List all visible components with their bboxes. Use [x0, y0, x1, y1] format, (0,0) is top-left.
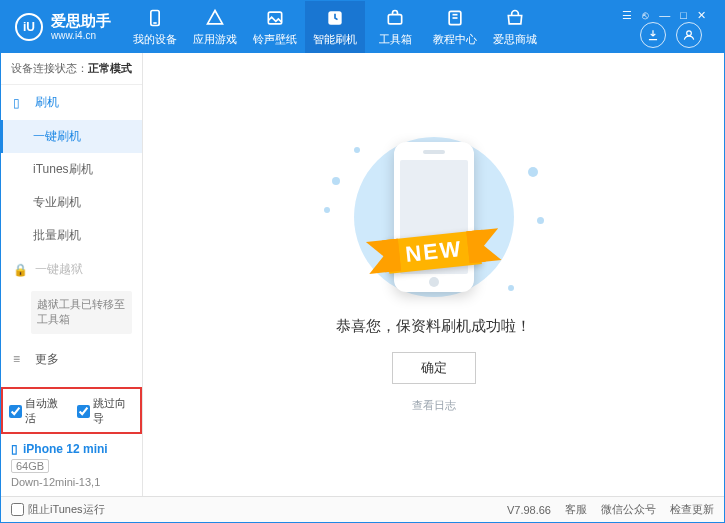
flash-icon [325, 8, 345, 28]
minimize-icon[interactable]: — [657, 9, 672, 22]
device-icon [145, 8, 165, 28]
download-icon [646, 28, 660, 42]
nav-my-device[interactable]: 我的设备 [125, 1, 185, 53]
section-jailbreak[interactable]: 🔒 一键越狱 [1, 252, 142, 287]
store-icon [505, 8, 525, 28]
account-button[interactable] [676, 22, 702, 48]
lock-icon[interactable]: ⎋ [640, 9, 651, 22]
user-icon [682, 28, 696, 42]
phone-icon: ▯ [13, 96, 27, 110]
success-message: 恭喜您，保资料刷机成功啦！ [336, 317, 531, 336]
app-url: www.i4.cn [51, 30, 111, 41]
nav-flash[interactable]: 智能刷机 [305, 1, 365, 53]
logo-icon: iU [15, 13, 43, 41]
book-icon [445, 8, 465, 28]
section-flash[interactable]: ▯ 刷机 [1, 85, 142, 120]
sub-other-tools[interactable]: 其他工具 [1, 377, 142, 387]
app-name: 爱思助手 [51, 13, 111, 30]
footer-wechat[interactable]: 微信公众号 [601, 502, 656, 517]
nav-ringtones[interactable]: 铃声壁纸 [245, 1, 305, 53]
maximize-icon[interactable]: □ [678, 9, 689, 22]
success-illustration: NEW [324, 137, 544, 297]
nav-store[interactable]: 爱思商城 [485, 1, 545, 53]
more-icon: ≡ [13, 352, 27, 366]
svg-rect-4 [388, 14, 401, 23]
wallpaper-icon [265, 8, 285, 28]
device-capacity: 64GB [11, 459, 49, 473]
lock-icon: 🔒 [13, 263, 27, 277]
titlebar: iU 爱思助手 www.i4.cn 我的设备 应用游戏 铃声壁纸 智能刷机 [1, 1, 724, 53]
footer-service[interactable]: 客服 [565, 502, 587, 517]
menu-icon[interactable]: ☰ [620, 9, 634, 22]
sidebar: 设备连接状态：正常模式 ▯ 刷机 一键刷机 iTunes刷机 专业刷机 批量刷机… [1, 53, 143, 496]
sub-itunes-flash[interactable]: iTunes刷机 [1, 153, 142, 186]
app-window: iU 爱思助手 www.i4.cn 我的设备 应用游戏 铃声壁纸 智能刷机 [0, 0, 725, 523]
top-nav: 我的设备 应用游戏 铃声壁纸 智能刷机 工具箱 教程中心 [125, 1, 545, 53]
version-label: V7.98.66 [507, 504, 551, 516]
apps-icon [205, 8, 225, 28]
opt-auto-activate[interactable]: 自动激活 [9, 396, 67, 426]
flash-options: 自动激活 跳过向导 [1, 387, 142, 434]
app-logo: iU 爱思助手 www.i4.cn [1, 13, 125, 41]
sub-pro-flash[interactable]: 专业刷机 [1, 186, 142, 219]
section-more[interactable]: ≡ 更多 [1, 342, 142, 377]
sub-batch-flash[interactable]: 批量刷机 [1, 219, 142, 252]
nav-toolbox[interactable]: 工具箱 [365, 1, 425, 53]
ok-button[interactable]: 确定 [392, 352, 476, 384]
footer-update[interactable]: 检查更新 [670, 502, 714, 517]
statusbar: 阻止iTunes运行 V7.98.66 客服 微信公众号 检查更新 [1, 496, 724, 522]
view-log-link[interactable]: 查看日志 [412, 398, 456, 413]
block-itunes-checkbox[interactable]: 阻止iTunes运行 [11, 502, 105, 517]
main-panel: NEW 恭喜您，保资料刷机成功啦！ 确定 查看日志 [143, 53, 724, 496]
device-card[interactable]: ▯iPhone 12 mini 64GB Down-12mini-13,1 [1, 434, 142, 496]
device-fw: Down-12mini-13,1 [11, 476, 132, 488]
connection-status: 设备连接状态：正常模式 [1, 53, 142, 85]
phone-icon: ▯ [11, 442, 18, 456]
nav-tutorials[interactable]: 教程中心 [425, 1, 485, 53]
jailbreak-note: 越狱工具已转移至工具箱 [31, 291, 132, 334]
window-controls: ☰ ⎋ — □ ✕ [620, 5, 716, 22]
download-button[interactable] [640, 22, 666, 48]
sub-one-click-flash[interactable]: 一键刷机 [1, 120, 142, 153]
close-icon[interactable]: ✕ [695, 9, 708, 22]
body: 设备连接状态：正常模式 ▯ 刷机 一键刷机 iTunes刷机 专业刷机 批量刷机… [1, 53, 724, 496]
opt-skip-guide[interactable]: 跳过向导 [77, 396, 135, 426]
toolbox-icon [385, 8, 405, 28]
svg-point-8 [687, 31, 692, 36]
nav-apps[interactable]: 应用游戏 [185, 1, 245, 53]
